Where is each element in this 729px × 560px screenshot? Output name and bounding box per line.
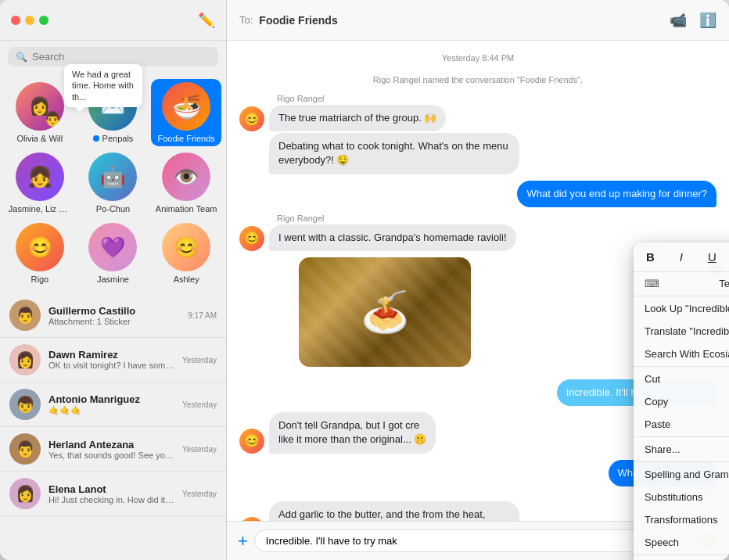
message-bubble-m3: What did you end up making for dinner?: [517, 181, 716, 207]
contact-name-elena: Elena Lanot: [48, 483, 174, 495]
avatar-elena: 👩: [9, 478, 41, 509]
avatar-item-foodie-friends[interactable]: 🍜 Foodie Friends: [151, 79, 221, 146]
traffic-lights: [11, 16, 48, 25]
avatar-guillermo: 👨: [9, 300, 41, 331]
contact-name-antonio: Antonio Manriguez: [48, 393, 174, 405]
main-content: To: Foodie Friends 📹 ℹ️ Yesterday 8:44 P…: [227, 0, 729, 560]
attachment-button[interactable]: +: [238, 531, 248, 551]
menu-translate[interactable]: Translate "Incredible. I'll have to try.…: [634, 320, 729, 343]
divider-4: [634, 461, 729, 462]
avatar-jasmine-liz: 👧: [16, 153, 64, 201]
avatar-herland: 👨: [9, 433, 41, 465]
contact-preview-guillermo: Attachment: 1 Sticker: [48, 317, 180, 326]
contact-name-herland: Herland Antezana: [48, 439, 174, 451]
contact-time-antonio: Yesterday: [182, 400, 217, 409]
contact-list: 👨 Guillermo Castillo Attachment: 1 Stick…: [0, 293, 226, 560]
message-row-m1: 😊 The true matriarch of the group. 🙌: [239, 105, 716, 131]
menu-speech-label: Speech: [645, 537, 679, 548]
menu-copy[interactable]: Copy: [634, 390, 729, 413]
text-effects-item[interactable]: ⌨ Text Effects › Big Small Shake Nod Exp…: [634, 272, 729, 295]
menu-cut[interactable]: Cut: [634, 368, 729, 390]
menu-lookup-label: Look Up "Incredible. I'll have to try...…: [645, 303, 729, 314]
bold-button[interactable]: B: [640, 247, 661, 267]
avatar-item-ashley[interactable]: 😊 Ashley: [151, 220, 221, 287]
menu-search-ecosia-label: Search With Ecosia: [645, 348, 729, 360]
chat-header: To: Foodie Friends 📹 ℹ️: [227, 0, 729, 41]
contact-item-elena[interactable]: 👩 Elena Lanot Hi! Just checking in. How …: [0, 472, 226, 516]
unread-dot: [93, 135, 99, 142]
menu-spelling-label: Spelling and Grammar: [645, 468, 729, 480]
contact-time-guillermo: 9:17 AM: [188, 311, 217, 320]
message-bubble-garlic: Add garlic to the butter, and the from t…: [269, 501, 519, 521]
info-icon[interactable]: ℹ️: [699, 12, 716, 29]
message-bubble-m1: The true matriarch of the group. 🙌: [269, 105, 446, 131]
menu-substitutions[interactable]: Substitutions ›: [634, 486, 729, 508]
message-row-m2: Debating what to cook tonight. What's on…: [239, 133, 716, 174]
chat-title: Foodie Friends: [259, 14, 337, 27]
menu-share[interactable]: Share...: [634, 438, 729, 461]
menu-paste-label: Paste: [645, 418, 670, 430]
avatar-label-olivia-will: Olivia & Will: [16, 134, 63, 143]
msg-avatar-rigo2: 😊: [239, 226, 264, 251]
avatar-label-jasmine-liz: Jasmine, Liz &...: [9, 204, 71, 214]
msg-avatar-rigo3: 😊: [239, 429, 264, 454]
divider-2: [634, 366, 729, 367]
contact-item-dawn[interactable]: 👩 Dawn Ramirez OK to visit tonight? I ha…: [0, 338, 226, 382]
minimize-button[interactable]: [25, 16, 34, 25]
compose-button[interactable]: ✏️: [198, 12, 215, 29]
avatar-item-rigo[interactable]: 😊 Rigo: [5, 220, 75, 287]
contact-preview-antonio: 🤙🤙🤙: [48, 405, 174, 415]
sender-label-rigo: Rigo Rangel: [277, 94, 716, 103]
underline-button[interactable]: U: [702, 247, 723, 267]
avatar-item-jasmine-liz[interactable]: 👧 Jasmine, Liz &...: [5, 149, 75, 217]
menu-speech[interactable]: Speech ›: [634, 531, 729, 554]
menu-share-label: Share...: [645, 443, 681, 455]
food-image: 🍝: [299, 257, 471, 367]
avatar-label-foodie-friends: Foodie Friends: [157, 134, 214, 143]
sidebar-titlebar: ✏️: [0, 0, 226, 41]
message-bubble-m7: Don't tell Grandpa, but I got crelike it…: [269, 412, 436, 453]
bubble-wrap-m1: The true matriarch of the group. 🙌: [269, 105, 446, 131]
chat-input[interactable]: [254, 529, 692, 552]
avatar-label-animation-team: Animation Team: [156, 204, 217, 214]
contact-preview-herland: Yes, that sounds good! See you then.: [48, 451, 174, 460]
contact-info-guillermo: Guillermo Castillo Attachment: 1 Sticker: [48, 305, 180, 326]
sender-label-rigo2: Rigo Rangel: [277, 214, 716, 223]
maximize-button[interactable]: [39, 16, 48, 25]
avatar-label-penpals: Penpals: [93, 134, 134, 143]
contact-info-antonio: Antonio Manriguez 🤙🤙🤙: [48, 393, 174, 415]
contact-item-guillermo[interactable]: 👨 Guillermo Castillo Attachment: 1 Stick…: [0, 293, 226, 338]
menu-search-ecosia[interactable]: Search With Ecosia: [634, 343, 729, 365]
avatar-olivia-will: 👩👨: [16, 82, 64, 131]
avatar-label-jasmine2: Jasmine: [97, 275, 129, 284]
contact-time-dawn: Yesterday: [182, 356, 217, 364]
contact-time-elena: Yesterday: [182, 490, 217, 498]
message-bubble-m4: I went with a classic. Grandpa's homemad…: [269, 224, 516, 251]
avatar-jasmine2: 💜: [88, 223, 137, 271]
menu-transformations[interactable]: Transformations ›: [634, 508, 729, 531]
avatar-item-jasmine2[interactable]: 💜 Jasmine: [78, 220, 149, 287]
menu-transformations-label: Transformations: [645, 514, 717, 526]
avatar-label-rigo: Rigo: [31, 275, 49, 284]
context-menu: B I U S ⌨ Text Effects › Big Small Shake…: [634, 242, 729, 560]
video-call-icon[interactable]: 📹: [670, 12, 687, 29]
message-tooltip: We had a great time. Home with th...: [64, 64, 142, 107]
menu-autofill[interactable]: AutoFill ›: [634, 556, 729, 560]
menu-lookup[interactable]: Look Up "Incredible. I'll have to try...…: [634, 297, 729, 320]
contact-item-antonio[interactable]: 👦 Antonio Manriguez 🤙🤙🤙 Yesterday: [0, 382, 226, 427]
close-button[interactable]: [11, 16, 20, 25]
chat-to-label: To:: [239, 14, 253, 26]
contact-name-dawn: Dawn Ramirez: [48, 349, 174, 361]
avatar-item-pochun[interactable]: 🤖 Po-Chun: [78, 149, 149, 217]
divider-5: [634, 555, 729, 555]
menu-paste[interactable]: Paste: [634, 413, 729, 436]
contact-preview-elena: Hi! Just checking in. How did it go?: [48, 495, 174, 504]
divider-3: [634, 436, 729, 437]
message-row-m3: What did you end up making for dinner?: [239, 181, 716, 207]
menu-spelling[interactable]: Spelling and Grammar ›: [634, 463, 729, 486]
search-input[interactable]: [32, 51, 210, 63]
menu-translate-label: Translate "Incredible. I'll have to try.…: [645, 325, 729, 337]
contact-item-herland[interactable]: 👨 Herland Antezana Yes, that sounds good…: [0, 427, 226, 472]
italic-button[interactable]: I: [673, 247, 689, 267]
avatar-item-animation-team[interactable]: 👁️ Animation Team: [151, 149, 221, 217]
